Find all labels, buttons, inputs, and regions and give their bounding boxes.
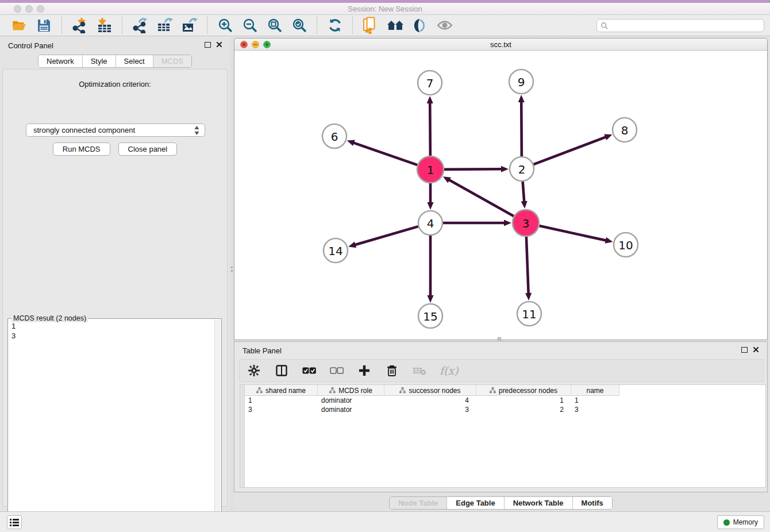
graph-node-label: 10 <box>618 238 633 252</box>
table-row[interactable]: 3dominator323 <box>245 405 619 414</box>
optimization-criterion-label: Optimization criterion: <box>3 80 227 88</box>
zoom-out-icon <box>242 17 258 33</box>
graph-edge-3-10[interactable] <box>539 226 606 241</box>
table-options-button[interactable] <box>247 363 261 378</box>
table-row[interactable]: 1dominator411 <box>245 396 619 405</box>
table-cell[interactable]: 3 <box>384 405 476 414</box>
unchecked-boxes-icon <box>330 367 344 374</box>
edge-arrowhead <box>525 293 532 300</box>
tab-edge-table[interactable]: Edge Table <box>446 497 503 509</box>
vertical-splitter[interactable] <box>230 37 234 509</box>
column-header[interactable]: predecessor nodes <box>476 385 571 396</box>
dropdown-stepper-icon <box>194 126 200 135</box>
canvas-resize-handle[interactable] <box>498 337 501 341</box>
refresh-layout-button[interactable] <box>326 17 344 34</box>
graph-edge-4-14[interactable] <box>355 226 418 245</box>
graph-node-label: 8 <box>621 124 629 137</box>
export-image-button[interactable] <box>180 17 198 34</box>
table-body: 1dominator4113dominator323 <box>245 396 619 414</box>
edge-arrowhead <box>427 295 433 303</box>
tab-mcds[interactable]: MCDS <box>153 55 191 67</box>
checked-boxes-icon <box>302 367 316 374</box>
memory-button[interactable]: Memory <box>717 515 764 529</box>
tab-select[interactable]: Select <box>116 55 153 67</box>
toolbar-separator <box>207 17 207 34</box>
zoom-selected-button[interactable] <box>290 17 308 34</box>
titlebar: Session: New Session <box>0 3 770 15</box>
mcds-panel: Optimization criterion: strongly connect… <box>2 69 228 507</box>
network-graph: 7968124314101511 <box>234 51 767 340</box>
result-scrollbar[interactable] <box>214 319 221 531</box>
graph-edge-1-7[interactable] <box>430 102 430 156</box>
gear-icon <box>248 365 260 376</box>
save-icon <box>37 18 51 33</box>
tab-network-table[interactable]: Network Table <box>504 497 572 509</box>
table-close-icon[interactable] <box>753 346 759 353</box>
table-cell[interactable]: 3 <box>571 405 619 414</box>
open-folder-icon <box>11 18 27 33</box>
table-cell[interactable]: 1 <box>476 396 571 405</box>
search-icon <box>600 22 609 30</box>
table-cell[interactable]: dominator <box>318 405 384 414</box>
table-cell[interactable]: 3 <box>245 405 318 414</box>
node-table[interactable]: shared nameMCDS rolesuccessor nodesprede… <box>240 384 766 488</box>
import-table-button[interactable] <box>95 17 113 34</box>
search-input[interactable] <box>609 21 764 31</box>
zoom-out-button[interactable] <box>241 17 259 34</box>
annotations-button[interactable] <box>411 17 429 34</box>
clone-network-button[interactable] <box>361 17 379 34</box>
close-panel-button[interactable]: Close panel <box>118 142 178 156</box>
task-history-button[interactable] <box>7 515 22 529</box>
tab-motifs[interactable]: Motifs <box>572 497 612 509</box>
tab-network[interactable]: Network <box>38 55 82 67</box>
column-header-label: successor nodes <box>409 387 460 395</box>
graph-edge-2-3[interactable] <box>523 182 525 202</box>
plus-icon <box>359 365 370 376</box>
table-cell[interactable]: 4 <box>384 396 476 405</box>
close-panel-icon[interactable] <box>216 41 222 48</box>
search-field[interactable] <box>596 19 764 32</box>
run-mcds-button[interactable]: Run MCDS <box>53 142 110 156</box>
open-session-button[interactable] <box>10 17 28 34</box>
graph-edge-2-8[interactable] <box>534 137 607 164</box>
table-cell[interactable]: 2 <box>476 405 571 414</box>
float-panel-icon[interactable] <box>205 42 211 48</box>
table-panel-title: Table Panel <box>242 346 282 355</box>
save-session-button[interactable] <box>35 17 53 34</box>
delete-columns-button[interactable] <box>384 363 399 378</box>
table-float-icon[interactable] <box>741 347 748 353</box>
graph-edge-3-1[interactable] <box>448 180 514 217</box>
export-network-button[interactable] <box>131 17 149 34</box>
table-cell[interactable]: 1 <box>571 396 619 405</box>
network-canvas[interactable]: 7968124314101511 <box>234 51 767 340</box>
optimization-criterion-select[interactable]: strongly connected component <box>26 124 205 137</box>
mcds-result-list: 13 <box>11 321 213 530</box>
graph-edge-1-2[interactable] <box>444 169 502 169</box>
export-table-button[interactable] <box>156 17 174 34</box>
edge-arrowhead <box>604 134 612 140</box>
table-cell[interactable]: dominator <box>318 396 384 405</box>
column-header[interactable]: MCDS role <box>318 385 384 396</box>
column-layout-button[interactable] <box>274 363 289 378</box>
tab-style[interactable]: Style <box>82 55 116 67</box>
zoom-in-button[interactable] <box>216 17 234 34</box>
graph-edge-3-11[interactable] <box>526 237 529 294</box>
memory-status-icon <box>723 519 730 526</box>
add-column-button[interactable] <box>357 363 372 378</box>
select-all-rows-button[interactable] <box>302 363 317 378</box>
table-cell[interactable]: 1 <box>245 396 318 405</box>
eye-icon <box>436 18 453 33</box>
edge-arrowhead <box>348 242 356 248</box>
column-header[interactable]: shared name <box>245 385 318 396</box>
show-hide-panels-button[interactable] <box>436 17 453 34</box>
tab-node-table[interactable]: Node Table <box>390 497 446 509</box>
column-header[interactable]: successor nodes <box>384 385 476 396</box>
zoom-fit-button[interactable] <box>265 17 283 34</box>
import-network-button[interactable] <box>71 17 88 34</box>
network-overview-button[interactable] <box>386 17 404 34</box>
annotation-icon <box>412 18 428 33</box>
deselect-all-rows-button[interactable] <box>329 363 344 378</box>
graph-edge-1-6[interactable] <box>353 142 417 165</box>
column-header[interactable]: name <box>571 385 619 396</box>
graph-edge-2-9[interactable] <box>521 101 522 156</box>
